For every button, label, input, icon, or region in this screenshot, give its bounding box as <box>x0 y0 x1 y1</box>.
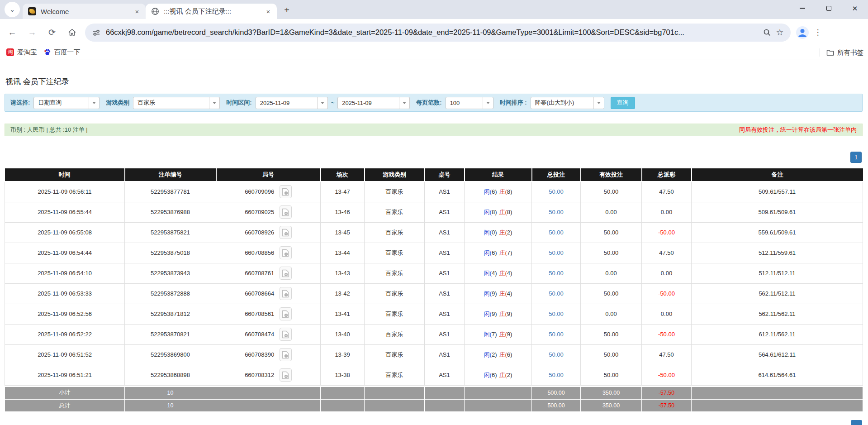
bookmarks-bar: 淘 爱淘宝 百度一下 所有书签 <box>0 46 868 59</box>
cell-total-bet[interactable]: 50.00 <box>532 283 581 304</box>
cell-round: 660708664 <box>216 283 321 304</box>
replay-video-button[interactable] <box>280 328 292 341</box>
result-banker: 庄(9) <box>499 330 512 339</box>
tab-label: :::视讯 会员下注纪录::: <box>164 7 261 16</box>
result-player: 闲(6) <box>484 188 497 196</box>
browser-menu-button[interactable]: ⋮ <box>812 25 823 40</box>
home-button[interactable] <box>64 25 80 40</box>
site-settings-icon[interactable] <box>91 28 101 38</box>
maximize-button[interactable] <box>816 0 842 16</box>
page-1-button[interactable]: 1 <box>850 152 862 163</box>
search-button[interactable]: 查询 <box>611 97 635 109</box>
replay-video-button[interactable] <box>280 267 292 280</box>
cell-round: 660709096 <box>216 181 321 202</box>
cell-game: 百家乐 <box>365 344 425 365</box>
tab-search-button[interactable]: ⌄ <box>5 2 20 17</box>
filter-bar: 请选择: 日期查询 游戏类别 百家乐 时间区间: 2025-11-09 ~ 20… <box>5 94 863 112</box>
cell-total-bet[interactable]: 50.00 <box>532 263 581 283</box>
cell-total-bet[interactable]: 50.00 <box>532 304 581 324</box>
cell-total-bet[interactable]: 50.00 <box>532 324 581 344</box>
bookmark-taobao[interactable]: 淘 爱淘宝 <box>6 48 37 57</box>
table-row: 2025-11-09 06:52:56 522953871812 6607085… <box>5 304 863 324</box>
cell-total-bet[interactable]: 50.00 <box>532 365 581 385</box>
cell-game: 百家乐 <box>365 243 425 263</box>
replay-video-button[interactable] <box>280 307 292 320</box>
cell-bet-id: 522953877781 <box>125 181 216 202</box>
col-payout: 总派彩 <box>642 168 692 181</box>
replay-video-button[interactable] <box>280 205 292 219</box>
result-banker: 庄(8) <box>499 208 512 216</box>
url-text[interactable]: 66cxkj98.com/game/betrecord_search/kind3… <box>106 28 761 37</box>
cell-result: 闲(6)庄(8) <box>465 181 532 202</box>
address-bar[interactable]: 66cxkj98.com/game/betrecord_search/kind3… <box>85 24 791 42</box>
cell-total-bet[interactable]: 50.00 <box>532 344 581 365</box>
back-button[interactable]: ← <box>5 25 20 40</box>
replay-video-button[interactable] <box>280 287 292 300</box>
cell-total-bet[interactable]: 50.00 <box>532 202 581 222</box>
close-button[interactable]: ✕ <box>842 0 868 16</box>
total-total-bet: 500.00 <box>532 399 581 412</box>
query-type-select[interactable]: 日期查询 <box>33 97 100 109</box>
cell-time: 2025-11-09 06:51:52 <box>5 344 125 365</box>
result-player: 闲(6) <box>484 371 497 379</box>
cell-session: 13-42 <box>321 283 365 304</box>
result-banker: 庄(2) <box>499 371 512 379</box>
tab-close-icon[interactable]: × <box>133 7 141 15</box>
replay-video-button[interactable] <box>280 185 292 198</box>
result-banker: 庄(7) <box>499 249 512 257</box>
replay-video-button[interactable] <box>280 246 292 259</box>
cell-game: 百家乐 <box>365 365 425 385</box>
reload-button[interactable]: ⟳ <box>44 25 60 40</box>
minimize-button[interactable] <box>789 0 816 16</box>
folder-icon <box>826 49 834 56</box>
cell-bet-id: 522953873943 <box>125 263 216 283</box>
tab-welcome[interactable]: Welcome × <box>23 4 146 19</box>
cell-total-bet[interactable]: 50.00 <box>532 243 581 263</box>
table-row: 2025-11-09 06:56:11 522953877781 6607090… <box>5 181 863 202</box>
cell-round: 660708474 <box>216 324 321 344</box>
new-tab-button[interactable]: + <box>280 4 293 16</box>
video-record-icon <box>282 290 289 298</box>
replay-video-button[interactable] <box>280 348 292 361</box>
cell-game: 百家乐 <box>365 304 425 324</box>
col-session: 场次 <box>321 168 365 181</box>
cell-table: AS1 <box>425 181 465 202</box>
game-type-select[interactable]: 百家乐 <box>133 97 220 109</box>
all-bookmarks-label: 所有书签 <box>837 48 863 57</box>
three-dots-icon: ⋮ <box>814 28 822 37</box>
profile-button[interactable] <box>795 25 810 40</box>
sort-select[interactable]: 降幂(由大到小) <box>531 97 604 109</box>
bookmark-baidu[interactable]: 百度一下 <box>43 48 81 57</box>
cell-result: 闲(2)庄(6) <box>465 344 532 365</box>
game-type-label: 游戏类别 <box>106 99 129 107</box>
cell-bet-id: 522953870821 <box>125 324 216 344</box>
home-icon <box>68 28 76 37</box>
cell-total-bet[interactable]: 50.00 <box>532 222 581 243</box>
page-1-button-bottom[interactable] <box>851 420 862 425</box>
cell-time: 2025-11-09 06:52:22 <box>5 324 125 344</box>
cell-note: 512.11/512.11 <box>692 263 863 283</box>
cell-note: 562.11/562.11 <box>692 304 863 324</box>
page-size-select[interactable]: 100 <box>446 97 493 109</box>
replay-video-button[interactable] <box>280 226 292 239</box>
date-start-select[interactable]: 2025-11-09 <box>256 97 328 109</box>
tab-betrecord[interactable]: :::视讯 会员下注纪录::: × <box>146 4 277 19</box>
summary-bar: 币别 : 人民币 | 总共 :10 注单 | 同局有效投注，统一计算在该局第一张… <box>5 124 863 136</box>
cell-time: 2025-11-09 06:51:21 <box>5 365 125 385</box>
cell-total-bet[interactable]: 50.00 <box>532 181 581 202</box>
date-end-select[interactable]: 2025-11-09 <box>337 97 410 109</box>
video-record-icon <box>282 310 289 318</box>
all-bookmarks-button[interactable]: 所有书签 <box>820 46 863 59</box>
cell-game: 百家乐 <box>365 202 425 222</box>
chevron-down-icon <box>593 97 604 109</box>
replay-video-button[interactable] <box>280 368 292 382</box>
forward-button[interactable]: → <box>24 25 40 40</box>
bookmark-star-icon[interactable]: ☆ <box>773 26 786 39</box>
zoom-button[interactable] <box>761 26 773 39</box>
tab-close-icon[interactable]: × <box>264 7 272 15</box>
cell-bet-id: 522953868898 <box>125 365 216 385</box>
cell-session: 13-38 <box>321 365 365 385</box>
video-record-icon <box>282 330 289 339</box>
cell-note: 559.61/509.61 <box>692 222 863 243</box>
table-row: 2025-11-09 06:52:22 522953870821 6607084… <box>5 324 863 344</box>
